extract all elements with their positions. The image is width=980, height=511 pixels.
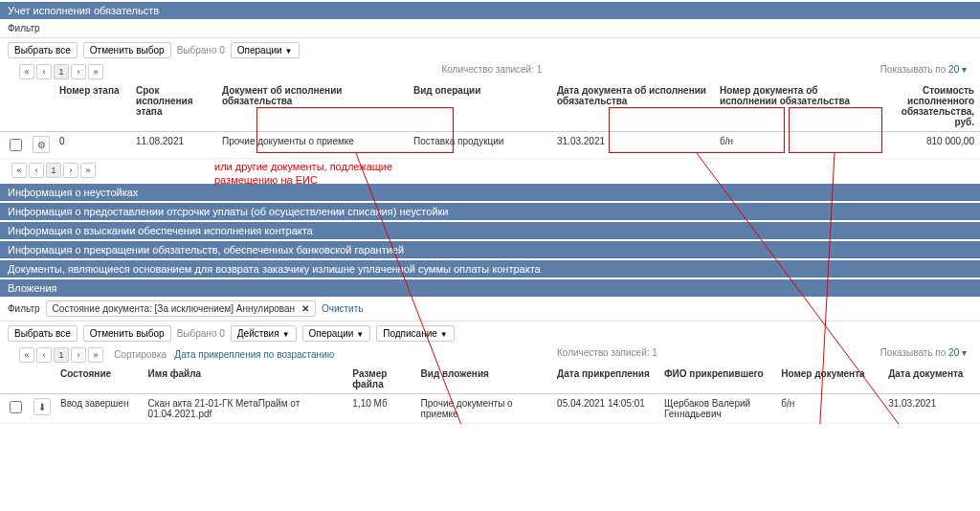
section-header-otsrochka[interactable]: Информация о предоставлении отсрочки упл…: [0, 203, 980, 220]
table-header-row: Состояние Имя файла Размер файла Вид вло…: [0, 365, 980, 394]
section-header-prekrashchenie[interactable]: Информация о прекращении обязательств, о…: [0, 241, 980, 258]
gear-icon[interactable]: ⚙: [33, 136, 50, 153]
cell-exec-doc: Прочие документы о приемке: [216, 132, 408, 159]
table-header-row: Номер этапа Срок исполнения этапа Докуме…: [0, 81, 980, 132]
actions-button[interactable]: Действия▼: [231, 325, 297, 342]
pager-first[interactable]: «: [19, 64, 34, 79]
filter-label: Фильтр: [8, 23, 40, 33]
selected-count: Выбрано 0: [177, 328, 225, 339]
col-doc-number: Номер документа об исполнении обязательс…: [714, 81, 877, 132]
caret-down-icon: ▾: [962, 347, 967, 358]
caret-down-icon: ▼: [282, 330, 290, 339]
filter-chip-state[interactable]: Состояние документа: [За исключением] Ан…: [46, 300, 316, 317]
section-header-vzyskanie[interactable]: Информация о взыскании обеспечения испол…: [0, 222, 980, 239]
filter-label: Фильтр: [8, 303, 40, 314]
cell-attach-type: Прочие документы о приемке: [415, 394, 552, 424]
section-title: Учет исполнения обязательств: [8, 5, 159, 16]
pager-last[interactable]: »: [80, 163, 96, 178]
meta-row: « ‹ 1 › » Количество записей: 1 Показыва…: [0, 62, 980, 81]
col-cost: Стоимость исполненного обязательства, ру…: [877, 81, 980, 132]
col-doc-date: Дата документа: [882, 365, 980, 394]
pager-first[interactable]: «: [11, 163, 27, 178]
toolbar: Выбрать все Отменить выбор Выбрано 0 Опе…: [0, 38, 980, 62]
pager-last[interactable]: »: [88, 347, 103, 363]
section-title: Информация о взыскании обеспечения испол…: [8, 225, 313, 236]
meta-row-vlozh: « ‹ 1 › » Сортировка Дата прикрепления п…: [0, 345, 980, 365]
select-all-button[interactable]: Выбрать все: [8, 325, 78, 342]
vlozh-table: Состояние Имя файла Размер файла Вид вло…: [0, 365, 980, 424]
close-icon[interactable]: ✕: [301, 303, 309, 314]
section-header-uchet: Учет исполнения обязательств: [0, 2, 980, 19]
sign-button[interactable]: Подписание▼: [376, 325, 455, 342]
pager-page-1[interactable]: 1: [54, 347, 69, 363]
section-header-vozvrat[interactable]: Документы, являющиеся основанием для воз…: [0, 260, 980, 278]
caret-down-icon: ▼: [285, 47, 293, 56]
cell-doc-date: 31.03.2021: [882, 394, 980, 424]
pager-page-1[interactable]: 1: [46, 163, 61, 178]
cell-attach-date: 05.04.2021 14:05:01: [551, 394, 658, 424]
show-per-value[interactable]: 20: [948, 347, 959, 358]
pager-next[interactable]: ›: [71, 64, 86, 79]
pager-prev[interactable]: ‹: [36, 64, 52, 79]
uchet-table: Номер этапа Срок исполнения этапа Докуме…: [0, 81, 980, 159]
row-checkbox[interactable]: [10, 139, 22, 151]
row-checkbox[interactable]: [10, 401, 22, 413]
cell-cost: 810 000,00: [877, 132, 980, 159]
records-count-label: Количество записей:: [441, 64, 534, 75]
cell-stage-deadline: 11.08.2021: [130, 132, 216, 159]
pager-prev[interactable]: ‹: [36, 347, 52, 363]
table-row: ⚙ 0 11.08.2021 Прочие документы о приемк…: [0, 132, 980, 159]
filter-clear-link[interactable]: Очистить: [322, 303, 364, 314]
show-per-label: Показывать по: [880, 347, 947, 358]
pager-prev[interactable]: ‹: [29, 163, 44, 178]
col-filesize: Размер файла: [346, 365, 414, 394]
pager-next[interactable]: ›: [71, 347, 86, 363]
records-count-label: Количество записей:: [557, 347, 650, 358]
section-header-vlozh: Вложения: [0, 279, 980, 297]
pager-bottom: « ‹ 1 › »: [6, 163, 96, 178]
operations-label: Операции: [309, 328, 354, 339]
show-per-value[interactable]: 20: [948, 64, 959, 75]
actions-label: Действия: [237, 328, 279, 339]
cell-operation-type: Поставка продукции: [408, 132, 551, 159]
filter-row: Фильтр: [0, 19, 980, 38]
col-attach-type: Вид вложения: [415, 365, 552, 394]
col-state: Состояние: [55, 365, 143, 394]
col-stage-deadline: Срок исполнения этапа: [130, 81, 216, 132]
select-all-button[interactable]: Выбрать все: [8, 42, 78, 58]
records-count-value: 1: [652, 347, 657, 358]
toolbar-vlozh: Выбрать все Отменить выбор Выбрано 0 Дей…: [0, 322, 980, 345]
pager-next[interactable]: ›: [63, 163, 78, 178]
filter-chip-label: Состояние документа: [За исключением] Ан…: [53, 303, 296, 314]
section-title: Вложения: [8, 282, 57, 294]
pager-vlozh-top: « ‹ 1 › »: [13, 347, 103, 363]
operations-button[interactable]: Операции▼: [302, 325, 371, 342]
col-doc-date: Дата документа об исполнении обязательст…: [551, 81, 714, 132]
pager-first[interactable]: «: [19, 347, 34, 363]
cell-doc-date: 31.03.2021: [551, 132, 714, 159]
pager-last[interactable]: »: [88, 64, 103, 79]
sort-link[interactable]: Дата прикрепления по возрастанию: [174, 349, 334, 360]
operations-button[interactable]: Операции▼: [231, 42, 300, 58]
download-icon[interactable]: ⬇: [33, 398, 51, 415]
col-filename: Имя файла: [143, 365, 347, 394]
section-header-neustoiki[interactable]: Информация о неустойках: [0, 184, 980, 201]
sign-label: Подписание: [383, 328, 437, 339]
col-exec-doc: Документ об исполнении обязательства: [216, 81, 408, 132]
sort-label: Сортировка: [114, 349, 167, 360]
col-operation-type: Вид операции: [408, 81, 551, 132]
col-doc-number: Номер документа: [775, 365, 882, 394]
caret-down-icon: ▾: [962, 64, 967, 75]
cell-doc-number: б/н: [775, 394, 882, 424]
section-title: Информация о предоставлении отсрочки упл…: [8, 206, 449, 217]
filter-row-vlozh: Фильтр Состояние документа: [За исключен…: [0, 297, 980, 322]
pager-page-1[interactable]: 1: [54, 64, 69, 79]
cell-filename: Скан акта 21-01-ГК МетаПрайм от 01.04.20…: [143, 394, 347, 424]
col-stage-number: Номер этапа: [54, 81, 130, 132]
cell-stage-number: 0: [54, 132, 130, 159]
pager-top: « ‹ 1 › »: [13, 64, 103, 79]
deselect-button[interactable]: Отменить выбор: [83, 325, 171, 342]
records-count-value: 1: [537, 64, 543, 75]
table-row: ⬇ Ввод завершен Скан акта 21-01-ГК МетаП…: [0, 394, 980, 424]
deselect-button[interactable]: Отменить выбор: [83, 42, 171, 58]
